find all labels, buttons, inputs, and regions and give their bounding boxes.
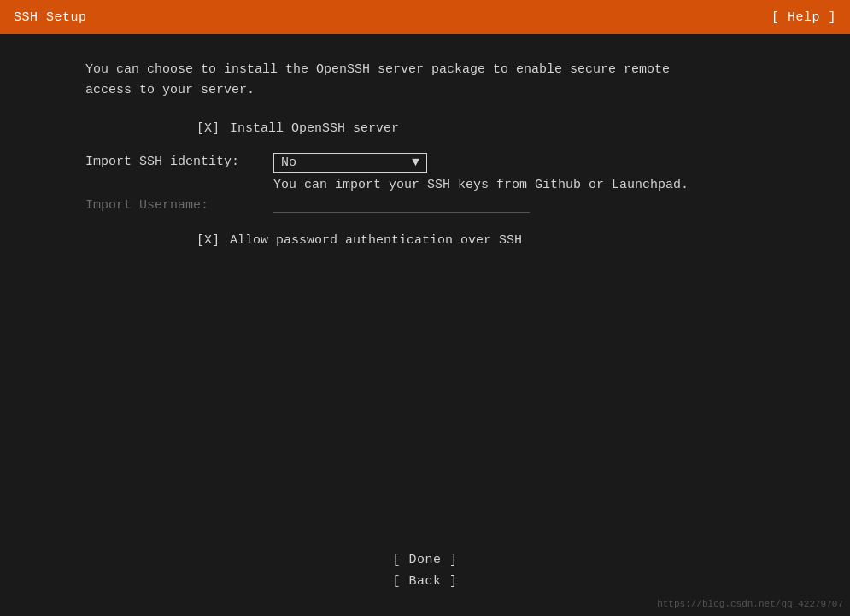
allow-password-row[interactable]: [X] Allow password authentication over S…	[85, 233, 782, 248]
import-username-label: Import Username:	[85, 198, 273, 213]
import-identity-hint: You can import your SSH keys from Github…	[273, 178, 689, 192]
install-openssh-label: Install OpenSSH server	[230, 121, 399, 136]
bottom-buttons: [ Done ] [ Back ]	[366, 551, 485, 590]
import-identity-dropdown[interactable]: No ▼	[273, 153, 427, 173]
allow-password-label: Allow password authentication over SSH	[230, 233, 522, 248]
import-username-input[interactable]	[273, 197, 530, 213]
install-openssh-row[interactable]: [X] Install OpenSSH server	[85, 121, 782, 136]
main-content: You can choose to install the OpenSSH se…	[0, 43, 850, 265]
import-identity-right: No ▼ You can import your SSH keys from G…	[273, 153, 689, 192]
done-button[interactable]: [ Done ]	[366, 551, 485, 569]
back-button[interactable]: [ Back ]	[366, 572, 485, 590]
title-bar: SSH Setup [ Help ]	[0, 0, 850, 34]
allow-password-checkbox[interactable]: [X]	[196, 233, 220, 248]
install-openssh-checkbox[interactable]: [X]	[196, 121, 220, 136]
import-identity-label: Import SSH identity:	[85, 153, 273, 169]
import-identity-row: Import SSH identity: No ▼ You can import…	[85, 153, 782, 192]
dropdown-arrow-icon: ▼	[412, 155, 419, 170]
watermark: https://blog.csdn.net/qq_42279707	[657, 599, 843, 609]
description-text: You can choose to install the OpenSSH se…	[85, 60, 782, 101]
help-button[interactable]: [ Help ]	[771, 10, 836, 25]
page-title: SSH Setup	[14, 10, 87, 25]
dropdown-value: No	[281, 155, 296, 170]
import-username-row: Import Username:	[85, 197, 782, 213]
description-line2: access to your server.	[85, 83, 255, 97]
description-line1: You can choose to install the OpenSSH se…	[85, 62, 670, 77]
